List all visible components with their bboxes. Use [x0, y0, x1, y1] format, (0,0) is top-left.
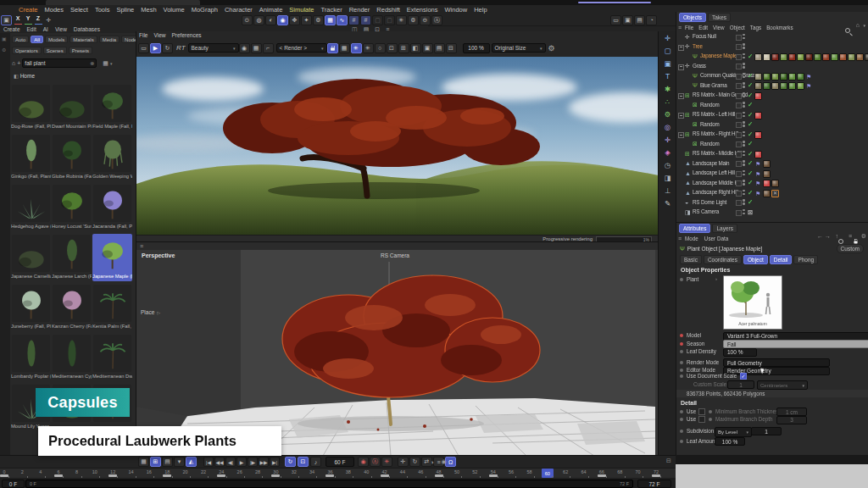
export-icon[interactable]: ▤	[434, 43, 445, 53]
viewport-view-label[interactable]: Perspective	[142, 252, 175, 258]
layer-toggle[interactable]	[736, 64, 742, 69]
material-tag[interactable]	[780, 53, 787, 61]
snap-icon[interactable]: ⊙	[242, 15, 253, 25]
expander-icon[interactable]	[678, 45, 684, 51]
menu-item-volume[interactable]: Volume	[160, 5, 188, 14]
om-menu-bookmarks[interactable]: Bookmarks	[766, 25, 793, 30]
autokey-button[interactable]: Ⓐ	[370, 457, 381, 467]
material-tag[interactable]	[763, 180, 771, 187]
material-tag[interactable]	[831, 53, 838, 61]
current-frame-field[interactable]: 60 F	[326, 457, 354, 467]
tab-takes[interactable]: Takes	[708, 13, 731, 22]
custom-scale-unit[interactable]: Centimeters▾	[757, 380, 808, 390]
flag-tag-icon[interactable]: ⚑	[754, 170, 762, 178]
render-settings-button[interactable]: ▤	[634, 15, 645, 25]
visibility-dots[interactable]	[743, 82, 745, 89]
object-row-focus-null[interactable]: ✛Focus Null	[676, 32, 868, 42]
crop-icon[interactable]: ⌐	[263, 43, 274, 53]
pixel-grid-icon[interactable]: ▦	[339, 43, 350, 53]
layer-toggle[interactable]	[736, 35, 742, 41]
layer-toggle[interactable]	[736, 103, 742, 108]
expander-icon[interactable]	[678, 132, 684, 138]
menu-item-animate[interactable]: Animate	[256, 5, 287, 14]
material-tag[interactable]	[771, 82, 779, 90]
object-row-japanese-maple[interactable]: ΨJapanese Maple✓⚑	[676, 52, 868, 62]
dim-icon-1[interactable]: ▢	[372, 15, 383, 25]
use-document-scale-checkbox[interactable]	[740, 373, 747, 380]
rope-icon[interactable]: ∿	[337, 15, 348, 25]
enabled-check-icon[interactable]: ✓	[748, 72, 753, 80]
visibility-dots[interactable]	[743, 102, 745, 108]
spline-transform-icon[interactable]: ✛	[659, 133, 676, 146]
ipr-start-icon[interactable]: ▭	[138, 43, 149, 53]
plant-item-kentia-palm-fall-plant[interactable]: Kentia Palm (Fall, Plant)	[92, 284, 132, 331]
size-dropdown[interactable]: Original Size▾	[492, 43, 546, 53]
sub-anim-dot[interactable]	[709, 410, 712, 413]
material-tag[interactable]	[822, 53, 830, 61]
attr-menu-user-data[interactable]: User Data	[704, 236, 728, 241]
time-icon[interactable]: ◷	[659, 158, 676, 171]
object-row-rs-matrix-main-ground[interactable]: ⊞RS Matrix - Main Ground✓	[676, 91, 868, 101]
visibility-dots[interactable]	[743, 131, 745, 138]
material-tag[interactable]	[763, 82, 771, 90]
cloth-icon[interactable]: ▦	[325, 15, 336, 25]
plant-item-dwarf-mountain-pine[interactable]: Dwarf Mountain Pine (...	[52, 84, 92, 131]
ipr-play-button[interactable]: ▶	[150, 43, 161, 53]
material-tag[interactable]	[797, 53, 804, 61]
render-picture-viewer-button[interactable]: ▣	[622, 15, 633, 25]
use-checkbox[interactable]	[698, 408, 705, 415]
object-row-blue-grama[interactable]: ΨBlue Grama✓⚑	[676, 81, 868, 92]
back-arrow-icon[interactable]: ←	[817, 233, 823, 239]
visibility-dots[interactable]	[743, 141, 745, 147]
use-checkbox[interactable]	[698, 416, 705, 423]
plant-item-japanese-maple-fall[interactable]: Japanese Maple (Fall, ...	[92, 234, 132, 281]
gear-generator-icon[interactable]: ⚙	[659, 108, 676, 120]
preview-range-bar[interactable]: 0 F72 F	[25, 480, 633, 488]
object-row-rs-matrix-middle-hill[interactable]: ⊞RS Matrix - Middle Hill✓	[676, 149, 868, 159]
plant-item-mediterranean-cypres[interactable]: Mediterranean Cypres...	[52, 334, 92, 381]
search-options-caret-icon[interactable]: ▾	[110, 61, 113, 66]
grid-snap-icon[interactable]: #	[348, 15, 359, 25]
render-view-button[interactable]: ▭	[610, 15, 621, 25]
om-menu-object[interactable]: Object	[730, 25, 745, 30]
visibility-dots[interactable]	[743, 170, 745, 177]
enabled-check-icon[interactable]: ✓	[748, 150, 753, 158]
visibility-dots[interactable]	[743, 199, 745, 206]
material-tag[interactable]	[754, 92, 762, 100]
view-mode-icon[interactable]: ▤	[162, 457, 173, 467]
material-tag[interactable]	[771, 73, 779, 80]
layer-toggle[interactable]	[736, 171, 742, 177]
range-end-field[interactable]: 72 F	[637, 480, 671, 488]
visibility-dots[interactable]	[743, 209, 745, 216]
visibility-dots[interactable]	[743, 190, 745, 197]
section-tab-coordinates[interactable]: Coordinates	[704, 255, 742, 264]
object-row-random[interactable]: ⊠Random✓	[676, 120, 868, 130]
menu-item-create[interactable]: Create	[15, 5, 42, 14]
tab-attributes[interactable]: Attributes	[679, 224, 710, 233]
anim-dot[interactable]	[680, 350, 683, 353]
menu-item-select[interactable]: Select	[67, 5, 92, 14]
menu-item-extensions[interactable]: Extensions	[403, 5, 442, 14]
plant-expand-caret[interactable]: ›	[715, 276, 717, 281]
ab-menu-view[interactable]: View	[55, 25, 67, 33]
material-tag[interactable]	[763, 170, 771, 178]
flag-tag-icon[interactable]: ⚑	[754, 180, 762, 187]
forward-arrow-icon[interactable]: →	[825, 233, 831, 239]
visibility-dots[interactable]	[743, 180, 745, 186]
plant-item-juneberry-fall-plant[interactable]: Juneberry (Fall, Plant)	[11, 284, 51, 331]
section-tab-phong[interactable]: Phong	[793, 255, 818, 264]
layer-toggle[interactable]	[736, 93, 742, 99]
material-tag[interactable]	[805, 53, 813, 61]
enabled-check-icon[interactable]: ✓	[748, 140, 753, 147]
dither-icon[interactable]: ▦	[251, 43, 262, 53]
object-row-rs-camera[interactable]: ◨RS Camera⊠	[676, 208, 868, 218]
enabled-check-icon[interactable]: ✓	[748, 159, 753, 167]
layer-toggle[interactable]	[736, 54, 742, 60]
spline-icon[interactable]: ◎	[659, 120, 676, 133]
grid-quantize-icon[interactable]: #	[360, 15, 371, 25]
material-tag[interactable]	[797, 82, 804, 90]
menu-item-modes[interactable]: Modes	[42, 5, 68, 14]
object-row-tree[interactable]: ✛Tree	[676, 42, 868, 53]
prev-frame-button[interactable]: ◀|	[225, 457, 236, 467]
object-row-landscape-main[interactable]: ▲Landscape Main✓⚑	[676, 159, 868, 169]
